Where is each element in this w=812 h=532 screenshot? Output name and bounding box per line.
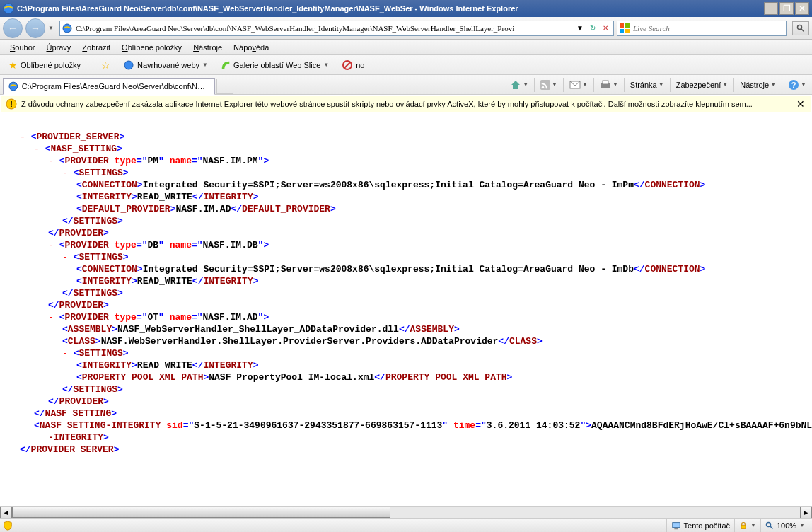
zone-label: Tento počítač [684, 521, 730, 530]
search-button[interactable] [792, 21, 809, 35]
favorites-bar: ★ Oblíbené položky ☆ Navrhované weby ▼ G… [0, 55, 812, 75]
star-add-icon: ☆ [101, 59, 110, 71]
search-bar [617, 21, 787, 36]
svg-rect-22 [674, 528, 678, 529]
safety-menu[interactable]: Zabezpečení▼ [673, 79, 731, 91]
page-label: Stránka [630, 81, 657, 89]
collapse-toggle[interactable]: - [34, 144, 40, 154]
infobar-close-button[interactable]: ✕ [795, 98, 806, 110]
star-icon: ★ [8, 59, 18, 71]
search-input[interactable] [633, 24, 784, 33]
svg-text:?: ? [791, 81, 796, 89]
collapse-toggle[interactable]: - [62, 168, 68, 178]
add-favorite-button[interactable]: ☆ [97, 58, 115, 72]
close-button[interactable]: ✕ [795, 2, 809, 15]
svg-line-10 [344, 62, 350, 68]
shield-icon [3, 521, 13, 531]
mail-icon [569, 80, 581, 90]
collapse-toggle[interactable]: - [62, 252, 68, 262]
svg-rect-5 [625, 29, 630, 33]
chevron-down-icon: ▼ [799, 522, 805, 528]
favorites-button[interactable]: ★ Oblíbené položky [4, 58, 85, 72]
home-icon [510, 79, 521, 91]
forward-button[interactable]: → [25, 18, 45, 38]
scroll-right-button[interactable]: ► [800, 507, 812, 519]
tools-label: Nástroje [740, 81, 769, 89]
zoom-icon [765, 521, 774, 530]
menu-help[interactable]: Nápověda [228, 42, 274, 53]
ie-link-icon [123, 59, 134, 71]
stop-button[interactable]: ✕ [599, 22, 612, 35]
safety-label: Zabezpečení [676, 81, 721, 89]
ie-tab-icon [8, 81, 19, 92]
collapse-toggle[interactable]: - [48, 156, 54, 166]
maximize-button[interactable]: ❐ [779, 2, 794, 15]
refresh-button[interactable]: ↻ [586, 22, 599, 35]
info-bar[interactable]: ! Z důvodu ochrany zabezpečení zakázala … [1, 96, 811, 112]
collapse-toggle[interactable]: - [20, 132, 25, 142]
no-label: no [356, 61, 364, 69]
svg-point-8 [124, 61, 133, 69]
svg-rect-16 [603, 81, 608, 84]
menu-tools[interactable]: Nástroje [187, 42, 228, 53]
address-dropdown[interactable]: ▼ [574, 22, 586, 35]
window-title: C:\Program Files\AreaGuard Neo\Server\db… [17, 4, 764, 13]
no-link[interactable]: no [337, 58, 369, 72]
svg-rect-21 [672, 522, 680, 527]
svg-line-7 [801, 28, 804, 31]
back-button[interactable]: ← [3, 18, 23, 38]
nav-toolbar: ← → ▼ ▼ ↻ ✕ [0, 17, 812, 40]
blocked-icon [342, 59, 353, 71]
chevron-down-icon: ▼ [750, 522, 756, 528]
scrollbar-thumb[interactable] [12, 507, 390, 518]
svg-rect-3 [625, 23, 630, 28]
tab-title: C:\Program Files\AreaGuard Neo\Server\db… [22, 82, 210, 91]
protected-mode[interactable]: ▼ [734, 519, 760, 532]
collapse-toggle[interactable]: - [48, 240, 54, 250]
gallery-label: Galerie oblastí Web Slice [233, 61, 320, 69]
infobar-text: Z důvodu ochrany zabezpečení zakázala ap… [21, 100, 795, 108]
suggested-sites-link[interactable]: Navrhované weby ▼ [119, 58, 212, 72]
tools-menu[interactable]: Nástroje▼ [737, 79, 779, 91]
xml-content: - <PROVIDER_SERVER> - <NASF_SETTING> - <… [0, 131, 812, 504]
home-button[interactable]: ▼ [507, 78, 531, 92]
new-tab-button[interactable] [216, 79, 233, 94]
zone-section[interactable]: Tento počítač [666, 519, 734, 532]
menu-edit[interactable]: Úpravy [40, 42, 76, 53]
page-icon [62, 23, 73, 34]
scrollbar-track[interactable] [12, 507, 800, 518]
zoom-section[interactable]: 100% ▼ [760, 519, 809, 532]
menu-view[interactable]: Zobrazit [76, 42, 116, 53]
svg-rect-2 [620, 23, 624, 28]
menu-favorites[interactable]: Oblíbené položky [116, 42, 187, 53]
lock-icon [739, 521, 748, 530]
search-icon [796, 24, 805, 33]
warning-icon: ! [6, 98, 17, 110]
help-button[interactable]: ?▼ [785, 78, 809, 92]
menu-bar: Soubor Úpravy Zobrazit Oblíbené položky … [0, 40, 812, 55]
svg-point-24 [766, 522, 770, 526]
address-bar: ▼ ↻ ✕ [59, 21, 614, 36]
rss-icon [540, 80, 550, 90]
mail-button[interactable]: ▼ [567, 79, 591, 91]
chevron-down-icon: ▼ [323, 62, 329, 68]
webslice-icon [221, 60, 231, 70]
help-icon: ? [788, 79, 799, 91]
address-input[interactable] [74, 24, 574, 33]
scroll-left-button[interactable]: ◄ [0, 507, 12, 519]
collapse-toggle[interactable]: - [48, 312, 54, 323]
svg-line-25 [770, 526, 773, 528]
horizontal-scrollbar[interactable]: ◄ ► [0, 506, 812, 518]
menu-file[interactable]: Soubor [4, 42, 40, 53]
ie-icon [3, 3, 14, 14]
svg-rect-23 [741, 525, 746, 528]
minimize-button[interactable]: _ [764, 2, 778, 15]
print-button[interactable]: ▼ [597, 79, 621, 91]
page-menu[interactable]: Stránka▼ [627, 79, 667, 91]
svg-rect-4 [620, 29, 624, 33]
feeds-button[interactable]: ▼ [538, 79, 560, 91]
webslice-gallery-link[interactable]: Galerie oblastí Web Slice ▼ [216, 59, 333, 71]
nav-history-dropdown[interactable]: ▼ [48, 18, 57, 38]
collapse-toggle[interactable]: - [62, 348, 68, 359]
tab-active[interactable]: C:\Program Files\AreaGuard Neo\Server\db… [3, 78, 215, 95]
